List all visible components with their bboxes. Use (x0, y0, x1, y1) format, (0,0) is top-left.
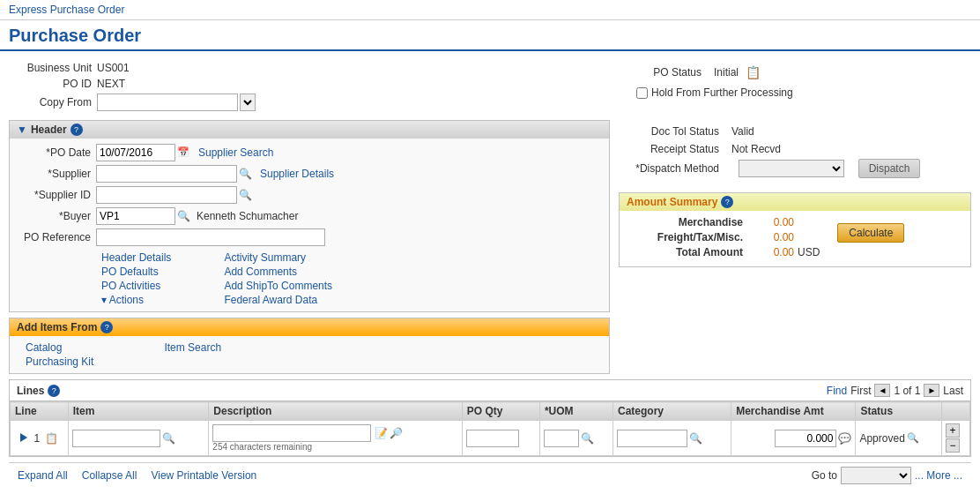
po-id-value: NEXT (97, 78, 125, 90)
receipt-status-value: Not Recvd (731, 143, 781, 155)
add-items-title: Add Items From (17, 321, 97, 333)
col-uom: *UOM (539, 402, 612, 421)
supplier-id-label: *Supplier ID (17, 189, 96, 201)
copy-from-select[interactable]: ▼ (240, 94, 256, 111)
uom-input[interactable] (544, 430, 579, 447)
po-reference-input[interactable] (96, 228, 325, 246)
buyer-name: Kenneth Schumacher (197, 210, 298, 222)
header-section-title: Header (31, 124, 67, 136)
col-merchandise-amt: Merchandise Amt (731, 402, 856, 421)
add-row-btn[interactable]: + (946, 423, 960, 438)
category-search-icon[interactable]: 🔍 (689, 432, 702, 445)
view-printable-link[interactable]: View Printable Version (151, 469, 256, 482)
more-link[interactable]: ... More ... (915, 469, 962, 482)
status-icon[interactable]: 🔍 (907, 432, 919, 444)
description-input[interactable] (212, 424, 371, 442)
amount-summary-header: Amount Summary ? (620, 193, 970, 211)
calculate-button[interactable]: Calculate (837, 223, 904, 243)
receipt-status-label: Receipt Status (619, 143, 724, 155)
amount-summary-help-icon[interactable]: ? (721, 196, 733, 208)
po-qty-input[interactable] (466, 430, 519, 447)
total-amount-value: 0.00 (750, 246, 794, 258)
page-title: Purchase Order (0, 20, 980, 51)
uom-search-icon[interactable]: 🔍 (581, 432, 593, 445)
dispatch-method-label: *Dispatch Method (619, 162, 724, 175)
go-to-select[interactable] (841, 467, 911, 484)
supplier-input[interactable] (96, 165, 237, 183)
federal-award-data-link[interactable]: Federal Award Data (224, 294, 332, 306)
lines-next-btn[interactable]: ► (924, 384, 939, 397)
dispatch-button[interactable]: Dispatch (858, 159, 920, 178)
lines-prev-btn[interactable]: ◄ (874, 384, 890, 397)
dispatch-method-select[interactable] (739, 160, 844, 177)
lines-pagination: 1 of 1 (894, 385, 920, 397)
row-status: Approved (859, 432, 904, 445)
add-shipto-comments-link[interactable]: Add ShipTo Comments (224, 280, 332, 292)
header-help-icon[interactable]: ? (71, 124, 83, 136)
header-details-link[interactable]: Header Details (101, 251, 171, 264)
description-lookup-icon[interactable]: 🔎 (390, 427, 403, 439)
po-id-label: PO ID (9, 78, 97, 90)
supplier-search-icon[interactable]: 🔍 (239, 168, 251, 180)
header-links-col2: Activity Summary Add Comments Add ShipTo… (224, 251, 332, 306)
item-search-icon[interactable]: 🔍 (162, 432, 174, 445)
col-category: Category (613, 402, 731, 421)
currency-label: USD (798, 246, 820, 258)
po-status-icon[interactable]: 📋 (746, 65, 761, 79)
col-item: Item (68, 402, 209, 421)
po-status-value: Initial (714, 66, 739, 79)
remove-row-btn[interactable]: − (946, 438, 960, 453)
breadcrumb-link[interactable]: Express Purchase Order (9, 4, 124, 16)
buyer-search-icon[interactable]: 🔍 (177, 210, 189, 222)
supplier-search-link[interactable]: Supplier Search (198, 146, 273, 159)
buyer-input[interactable] (96, 207, 175, 225)
chars-remaining: 254 characters remaining (212, 442, 457, 452)
freight-value: 0.00 (750, 231, 794, 243)
line-number: 1 (33, 432, 40, 445)
actions-link[interactable]: ▾ Actions (101, 294, 171, 306)
supplier-details-link[interactable]: Supplier Details (260, 168, 334, 180)
lines-help-icon[interactable]: ? (48, 385, 60, 397)
total-amount-label: Total Amount (627, 246, 750, 258)
purchasing-kit-link[interactable]: Purchasing Kit (26, 356, 93, 368)
col-line: Line (11, 402, 69, 421)
catalog-link[interactable]: Catalog (26, 341, 93, 354)
supplier-label: *Supplier (17, 168, 96, 180)
calendar-icon[interactable]: 📅 (177, 146, 189, 159)
add-items-section-toggle[interactable]: Add Items From ? (10, 318, 609, 336)
hold-checkbox[interactable] (636, 87, 648, 99)
add-comments-link[interactable]: Add Comments (224, 266, 332, 278)
add-items-help-icon[interactable]: ? (100, 321, 113, 333)
buyer-label: *Buyer (17, 210, 96, 222)
item-input[interactable] (72, 430, 160, 447)
item-search-link[interactable]: Item Search (164, 341, 221, 354)
business-unit-value: US001 (97, 62, 130, 74)
expand-all-link[interactable]: Expand All (18, 469, 68, 482)
row-expand-icon[interactable] (20, 433, 27, 442)
po-date-label: *PO Date (17, 146, 96, 159)
merchandise-amt-input[interactable] (775, 430, 836, 447)
po-date-input[interactable] (96, 144, 175, 161)
col-po-qty: PO Qty (462, 402, 539, 421)
hold-label: Hold From Further Processing (651, 86, 793, 99)
collapse-all-link[interactable]: Collapse All (82, 469, 137, 482)
supplier-id-search-icon[interactable]: 🔍 (239, 189, 251, 201)
col-status: Status (856, 402, 942, 421)
merchandise-comment-icon[interactable]: 💬 (838, 432, 851, 445)
col-description: Description (209, 402, 462, 421)
category-input[interactable] (617, 430, 687, 447)
merchandise-value: 0.00 (750, 216, 794, 228)
lines-find-link[interactable]: Find (827, 385, 847, 397)
copy-from-input[interactable] (97, 94, 238, 111)
po-activities-link[interactable]: PO Activities (101, 280, 171, 292)
supplier-id-input[interactable] (96, 186, 237, 204)
po-defaults-link[interactable]: PO Defaults (101, 266, 171, 278)
lines-last-label: Last (943, 385, 963, 397)
header-section-toggle[interactable]: ▼ Header ? (10, 121, 609, 138)
business-unit-label: Business Unit (9, 62, 97, 74)
activity-summary-link[interactable]: Activity Summary (224, 251, 332, 264)
po-reference-label: PO Reference (17, 231, 96, 243)
line-copy-icon[interactable]: 📋 (45, 432, 58, 445)
description-expand-icon[interactable]: 📝 (375, 427, 388, 439)
col-actions (942, 402, 970, 421)
